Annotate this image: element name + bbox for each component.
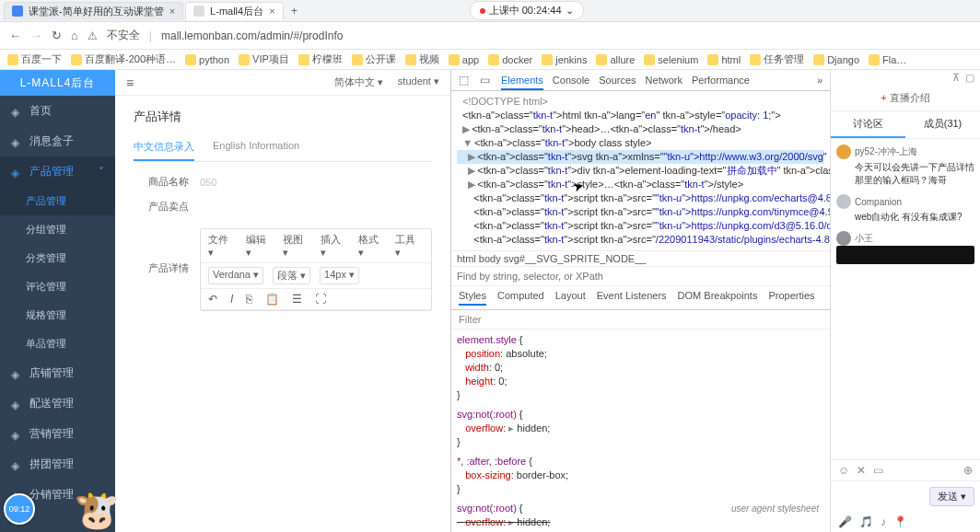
dom-node[interactable]: <tkn-a">class="tkn-t">script tkn-a">src=… bbox=[457, 233, 824, 247]
bookmark-item[interactable]: 柠檬班 bbox=[298, 52, 343, 66]
bookmark-item[interactable]: python bbox=[185, 54, 229, 65]
styles-tab[interactable]: Properties bbox=[768, 290, 814, 306]
editor-select[interactable]: 段落 ▾ bbox=[273, 267, 310, 284]
sidebar-subitem[interactable]: 规格管理 bbox=[0, 301, 115, 330]
rich-editor[interactable]: 文件 ▾编辑 ▾视图 ▾插入 ▾格式 ▾工具 ▾ Verdana ▾段落 ▾14… bbox=[200, 228, 432, 311]
editor-menu[interactable]: 工具 ▾ bbox=[395, 233, 424, 259]
editor-select[interactable]: Verdana ▾ bbox=[208, 267, 263, 284]
styles-tab[interactable]: Styles bbox=[459, 290, 486, 306]
italic-icon[interactable]: I bbox=[230, 293, 233, 306]
css-rule[interactable]: svg:not(:root) { overflow: ▸ hidden;} bbox=[457, 408, 824, 449]
sidebar-subitem[interactable]: 产品管理 bbox=[0, 187, 115, 215]
dom-tree[interactable]: <!DOCTYPE html> <tkn-a">class="tkn-t">ht… bbox=[451, 91, 830, 250]
expand-icon[interactable]: ▢ bbox=[965, 72, 974, 84]
dom-node[interactable]: <!DOCTYPE html> bbox=[457, 95, 824, 109]
styles-body[interactable]: element.style { position: absolute; widt… bbox=[451, 330, 830, 532]
bookmark-item[interactable]: jenkins bbox=[542, 54, 587, 65]
tab-ketangpai[interactable]: 课堂派-简单好用的互动课堂管× bbox=[4, 2, 183, 20]
floating-time-badge[interactable]: 09:12 bbox=[4, 493, 35, 525]
sidebar-item[interactable]: ◈店铺管理 bbox=[0, 358, 115, 388]
fullscreen-icon[interactable]: ▭ bbox=[873, 464, 883, 477]
styles-tab[interactable]: Event Listeners bbox=[597, 290, 667, 306]
chat-messages[interactable]: py52-冲冲-上海今天可以会先讲一下产品详情 那里的输入框吗？海哥Compan… bbox=[831, 139, 980, 459]
bookmark-item[interactable]: VIP项目 bbox=[239, 52, 289, 66]
mute-icon[interactable]: ✕ bbox=[857, 464, 866, 477]
mic-icon[interactable]: 🎤 bbox=[838, 515, 852, 528]
bookmark-item[interactable]: html bbox=[707, 54, 741, 65]
reload-button[interactable]: ↻ bbox=[52, 29, 62, 42]
dom-node[interactable]: ▶<tkn-a">class="tkn-t">style>…<tkn-a">cl… bbox=[457, 178, 824, 191]
form-value[interactable]: 050 bbox=[200, 177, 216, 188]
send-button[interactable]: 发送 ▾ bbox=[929, 487, 974, 506]
chat-tab[interactable]: 成员(31) bbox=[905, 111, 980, 138]
css-rule[interactable]: *, :after, :before { box-sizing: border-… bbox=[457, 455, 824, 496]
bookmark-item[interactable]: 百度一下 bbox=[7, 52, 62, 66]
editor-menu[interactable]: 文件 ▾ bbox=[208, 233, 237, 259]
devtools-tab[interactable]: Network bbox=[646, 75, 682, 86]
sidebar-item[interactable]: ◈消息盒子 bbox=[0, 126, 115, 156]
options-icon[interactable]: ☰ bbox=[292, 293, 302, 306]
inspect-icon[interactable]: ⬚ bbox=[459, 74, 469, 87]
user-menu[interactable]: student ▾ bbox=[398, 75, 439, 89]
editor-menu[interactable]: 插入 ▾ bbox=[321, 233, 349, 259]
bookmark-item[interactable]: docker bbox=[488, 54, 532, 65]
editor-menu[interactable]: 编辑 ▾ bbox=[246, 233, 274, 259]
dom-node[interactable]: ▼<tkn-a">class="tkn-t">body class style> bbox=[457, 136, 824, 150]
sidebar-subitem[interactable]: 评论管理 bbox=[0, 272, 115, 301]
home-button[interactable]: ⌂ bbox=[71, 29, 78, 42]
sidebar-subitem[interactable]: 分类管理 bbox=[0, 244, 115, 272]
sidebar-item[interactable]: ◈拼团管理 bbox=[0, 449, 115, 480]
music-icon[interactable]: 🎵 bbox=[859, 515, 873, 528]
tab-lmall[interactable]: L-mall4后台× bbox=[185, 2, 284, 20]
dom-node[interactable]: <tkn-a">class="tkn-t">html tkn-a">lang="… bbox=[457, 109, 824, 122]
dom-node[interactable]: <tkn-a">class="tkn-t">script tkn-a">src=… bbox=[457, 205, 824, 219]
dom-node[interactable]: ▶<tkn-a">class="tkn-t">div tkn-a">elemen… bbox=[457, 164, 824, 178]
sidebar-subitem[interactable]: 单品管理 bbox=[0, 330, 115, 358]
styles-filter[interactable]: Filter bbox=[451, 310, 830, 330]
bookmark-item[interactable]: allure bbox=[596, 54, 635, 65]
styles-tab[interactable]: DOM Breakpoints bbox=[678, 290, 758, 306]
styles-tab[interactable]: Layout bbox=[555, 290, 586, 306]
copy-icon[interactable]: ⎘ bbox=[246, 293, 252, 306]
lang-tab[interactable]: 中文信息录入 bbox=[134, 134, 194, 161]
location-icon[interactable]: 📍 bbox=[893, 515, 907, 528]
sidebar-subitem[interactable]: 分组管理 bbox=[0, 215, 115, 244]
back-button[interactable]: ← bbox=[9, 29, 21, 42]
close-icon[interactable]: × bbox=[169, 6, 175, 17]
lang-tab[interactable]: English Information bbox=[213, 134, 299, 161]
bookmark-item[interactable]: 百度翻译-200种语… bbox=[71, 52, 176, 66]
close-icon[interactable]: × bbox=[269, 6, 274, 17]
sidebar-item[interactable]: ◈配送管理 bbox=[0, 388, 115, 419]
lang-selector[interactable]: 简体中文 ▾ bbox=[334, 75, 383, 89]
bookmark-item[interactable]: 公开课 bbox=[352, 52, 396, 66]
sidebar-item[interactable]: ◈首页 bbox=[0, 96, 115, 126]
bookmark-item[interactable]: Django bbox=[813, 54, 859, 65]
paste-icon[interactable]: 📋 bbox=[265, 293, 279, 306]
recording-indicator[interactable]: 上课中 00:24:44⌄ bbox=[470, 1, 584, 20]
more-tabs-icon[interactable]: » bbox=[817, 75, 822, 86]
bookmark-item[interactable]: 视频 bbox=[405, 52, 439, 66]
url-text[interactable]: mall.lemonban.com/admin/#/prodInfo bbox=[161, 29, 343, 42]
sidebar-item[interactable]: ◈产品管理˅ bbox=[0, 156, 115, 187]
css-rule[interactable]: svg:not(:root) {user agent stylesheet ov… bbox=[457, 502, 824, 532]
dom-node[interactable]: <tkn-a">class="tkn-t">script tkn-a">src=… bbox=[457, 191, 824, 205]
new-tab-button[interactable]: + bbox=[286, 2, 304, 20]
dom-node[interactable]: ▶<tkn-a">class="tkn-t">head>…<tkn-a">cla… bbox=[457, 122, 824, 136]
devtools-tab[interactable]: Performance bbox=[692, 75, 750, 86]
find-input[interactable] bbox=[457, 271, 824, 282]
pin-icon[interactable]: ⊼ bbox=[952, 72, 960, 84]
forward-button[interactable]: → bbox=[30, 29, 42, 42]
emoji-icon[interactable]: ☺ bbox=[838, 464, 849, 477]
devtools-tab[interactable]: Console bbox=[553, 75, 589, 86]
note-icon[interactable]: ♪ bbox=[881, 515, 886, 528]
bookmark-item[interactable]: 任务管理 bbox=[750, 52, 804, 66]
bookmark-item[interactable]: selenium bbox=[644, 54, 698, 65]
hamburger-icon[interactable]: ≡ bbox=[126, 75, 134, 90]
breadcrumb[interactable]: html body svg#__SVG_SPRITE_NODE__ bbox=[451, 250, 830, 267]
chat-tab[interactable]: 讨论区 bbox=[831, 111, 905, 138]
editor-menu[interactable]: 视图 ▾ bbox=[283, 233, 311, 259]
devtools-tab[interactable]: Sources bbox=[599, 75, 636, 86]
dom-node[interactable]: ▶<tkn-a">class="tkn-t">svg tkn-a">xmlns=… bbox=[457, 150, 824, 164]
bookmark-item[interactable]: app bbox=[449, 54, 479, 65]
sidebar-item[interactable]: ◈营销管理 bbox=[0, 419, 115, 449]
